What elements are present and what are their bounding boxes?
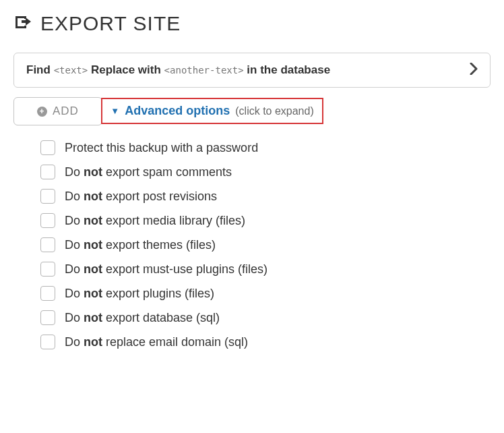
export-icon <box>13 13 32 34</box>
triangle-down-icon: ▼ <box>111 106 119 116</box>
find-replace-panel[interactable]: Find <text> Replace with <another-text> … <box>13 53 491 88</box>
advanced-options-toggle[interactable]: ▼ Advanced options (click to expand) <box>101 98 323 124</box>
option-row[interactable]: Do not export must-use plugins (files) <box>40 262 491 277</box>
option-label: Do not export post revisions <box>65 190 217 204</box>
add-button-label: ADD <box>53 105 79 118</box>
option-row[interactable]: Do not export media library (files) <box>40 213 491 228</box>
checkbox[interactable] <box>40 213 55 228</box>
option-label: Do not export database (sql) <box>65 311 220 325</box>
option-label: Do not export spam comments <box>65 165 232 179</box>
option-label: Do not export plugins (files) <box>65 287 214 301</box>
add-button[interactable]: + ADD <box>13 97 102 125</box>
option-label: Protect this backup with a password <box>65 141 258 155</box>
option-row[interactable]: Do not export post revisions <box>40 189 491 204</box>
checkbox[interactable] <box>40 286 55 301</box>
checkbox[interactable] <box>40 262 55 277</box>
option-row[interactable]: Protect this backup with a password <box>40 140 491 155</box>
option-row[interactable]: Do not replace email domain (sql) <box>40 335 491 349</box>
option-row[interactable]: Do not export themes (files) <box>40 237 491 252</box>
checkbox[interactable] <box>40 189 55 204</box>
checkbox[interactable] <box>40 310 55 325</box>
option-row[interactable]: Do not export plugins (files) <box>40 286 491 301</box>
option-label: Do not export themes (files) <box>65 238 216 252</box>
option-label: Do not export must-use plugins (files) <box>65 262 267 277</box>
page-title: EXPORT SITE <box>40 12 181 35</box>
advanced-options-hint: (click to expand) <box>235 105 314 117</box>
advanced-options-list: Protect this backup with a passwordDo no… <box>13 140 491 349</box>
option-label: Do not export media library (files) <box>65 214 245 228</box>
checkbox[interactable] <box>40 165 55 179</box>
chevron-right-icon <box>470 63 478 78</box>
advanced-options-label: Advanced options <box>125 104 230 118</box>
plus-circle-icon: + <box>37 107 47 117</box>
find-replace-text: Find <text> Replace with <another-text> … <box>26 63 330 77</box>
checkbox[interactable] <box>40 140 55 155</box>
checkbox[interactable] <box>40 335 55 349</box>
page-header: EXPORT SITE <box>13 12 491 35</box>
option-label: Do not replace email domain (sql) <box>65 335 248 349</box>
checkbox[interactable] <box>40 237 55 252</box>
option-row[interactable]: Do not export database (sql) <box>40 310 491 325</box>
option-row[interactable]: Do not export spam comments <box>40 165 491 179</box>
